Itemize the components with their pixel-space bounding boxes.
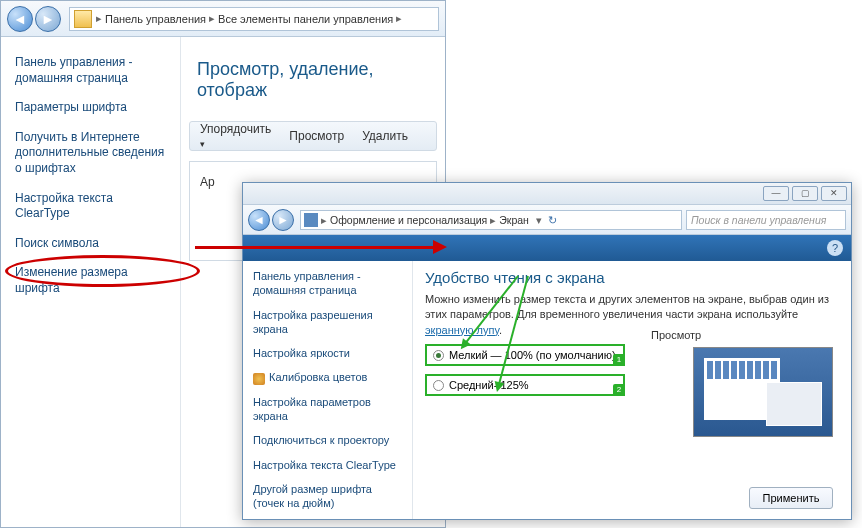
refresh-icon[interactable]: ↻ [546,214,560,226]
sidebar-online-info[interactable]: Получить в Интернете дополнительные свед… [15,130,166,177]
chevron-right-icon[interactable]: ▸ [396,12,402,25]
sidebar-brightness[interactable]: Настройка яркости [253,346,402,360]
dropdown-icon[interactable]: ▾ [532,214,546,226]
main-pane: Удобство чтения с экрана Можно изменить … [413,261,851,519]
toolbar-delete[interactable]: Удалить [362,129,408,143]
toolbar-view[interactable]: Просмотр [289,129,344,143]
sidebar: Панель управления - домашняя страница Па… [1,37,181,527]
navigation-bar: ◄ ► ▸ Оформление и персонализация ▸ Экра… [243,205,851,235]
folder-icon [74,10,92,28]
option-small-label: Мелкий — 100% (по умолчанию) [449,349,616,361]
back-button[interactable]: ◄ [248,209,270,231]
titlebar: — ▢ ✕ [243,183,851,205]
preview-window-2 [766,382,822,426]
sidebar-change-font-size[interactable]: Изменение размера шрифта [15,265,166,296]
maximize-button[interactable]: ▢ [792,186,818,201]
breadcrumb-display[interactable]: Экран [499,214,529,226]
radio-medium[interactable] [433,380,444,391]
desc-suffix: . [499,324,502,336]
address-bar[interactable]: ▸ Оформление и персонализация ▸ Экран ▾ … [300,210,682,230]
sidebar-char-search[interactable]: Поиск символа [15,236,166,252]
sidebar-item-label: Изменение размера шрифта [15,265,128,295]
sidebar-cleartype[interactable]: Настройка текста ClearType [253,458,402,472]
help-icon[interactable]: ? [827,240,843,256]
toolbar: Упорядочить Просмотр Удалить [189,121,437,151]
search-placeholder: Поиск в панели управления [691,214,826,226]
sidebar-monitor-params[interactable]: Настройка параметров экрана [253,395,402,424]
option-small[interactable]: Мелкий — 100% (по умолчанию) 1 [425,344,625,366]
display-settings-window: — ▢ ✕ ◄ ► ▸ Оформление и персонализация … [242,182,852,520]
breadcrumb-appearance[interactable]: Оформление и персонализация [330,214,487,226]
chevron-right-icon[interactable]: ▸ [209,12,215,25]
preview-label: Просмотр [651,329,701,341]
forward-button[interactable]: ► [272,209,294,231]
page-heading: Удобство чтения с экрана [425,269,839,286]
annotation-arrow [195,240,445,260]
breadcrumb-control-panel[interactable]: Панель управления [105,13,206,25]
apply-button[interactable]: Применить [749,487,833,509]
chevron-right-icon[interactable]: ▸ [490,214,496,226]
sidebar: Панель управления - домашняя страница На… [243,261,413,519]
sidebar-calibration[interactable]: Калибровка цветов [253,370,402,384]
sidebar-home[interactable]: Панель управления - домашняя страница [15,55,166,86]
forward-button[interactable]: ► [35,6,61,32]
sidebar-projector[interactable]: Подключиться к проектору [253,433,402,447]
toolbar-organize[interactable]: Упорядочить [200,122,271,150]
radio-small[interactable] [433,350,444,361]
sidebar-font-params[interactable]: Параметры шрифта [15,100,166,116]
sidebar-home[interactable]: Панель управления - домашняя страница [253,269,402,298]
magnifier-link[interactable]: экранную лупу [425,324,499,336]
preview-image [693,347,833,437]
close-button[interactable]: ✕ [821,186,847,201]
content-label: Ap [200,175,215,189]
chevron-right-icon[interactable]: ▸ [321,214,327,226]
page-title: Просмотр, удаление, отображ [197,59,437,101]
minimize-button[interactable]: — [763,186,789,201]
window-body: Панель управления - домашняя страница На… [243,261,851,519]
option-medium-label: Средний- 125% [449,379,529,391]
option-medium[interactable]: Средний- 125% 2 [425,374,625,396]
address-bar[interactable]: ▸ Панель управления ▸ Все элементы панел… [69,7,439,31]
search-input[interactable]: Поиск в панели управления [686,210,846,230]
breadcrumb-all-items[interactable]: Все элементы панели управления [218,13,393,25]
chevron-right-icon[interactable]: ▸ [96,12,102,25]
annotation-badge-1: 1 [613,354,625,366]
sidebar-dpi[interactable]: Другой размер шрифта (точек на дюйм) [253,482,402,511]
navigation-bar: ◄ ► ▸ Панель управления ▸ Все элементы п… [1,1,445,37]
back-button[interactable]: ◄ [7,6,33,32]
sidebar-cleartype[interactable]: Настройка текста ClearType [15,191,166,222]
annotation-badge-2: 2 [613,384,625,396]
display-icon [304,213,318,227]
sidebar-resolution[interactable]: Настройка разрешения экрана [253,308,402,337]
